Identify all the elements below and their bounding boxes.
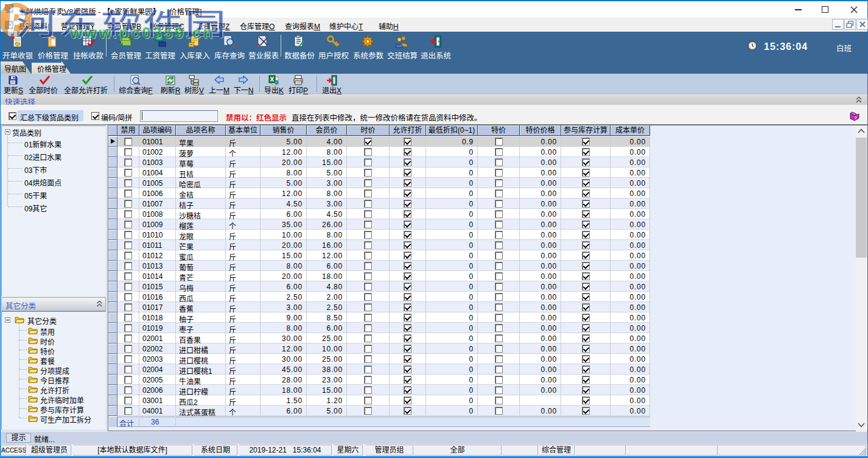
svg-text:?: ? [854, 115, 857, 121]
